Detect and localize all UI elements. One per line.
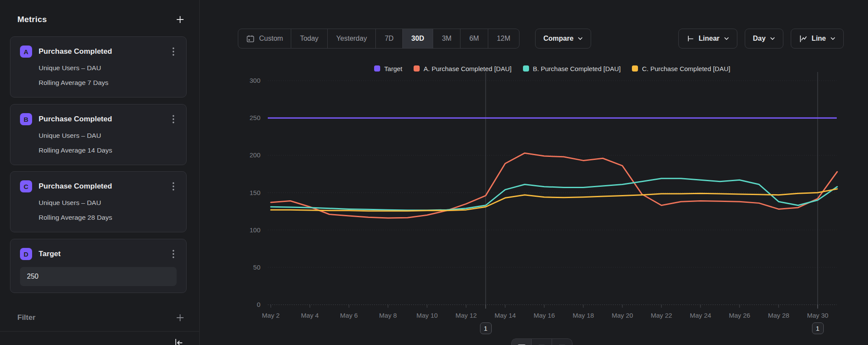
metric-badge: C <box>20 180 32 192</box>
chart-panel: Custom Today Yesterday 7D 30D 3M 6M 12M … <box>200 0 868 345</box>
svg-text:May 30: May 30 <box>807 312 828 319</box>
metric-transform: Rolling Average 28 Days <box>39 214 177 222</box>
metric-card-a[interactable]: A Purchase Completed Unique Users – DAU … <box>10 36 187 98</box>
metric-menu-button[interactable] <box>170 181 177 192</box>
metric-badge: B <box>20 113 32 125</box>
metric-transform: Rolling Average 14 Days <box>39 146 177 155</box>
split-view-button[interactable] <box>532 338 552 345</box>
svg-text:May 12: May 12 <box>455 312 477 319</box>
target-value-input[interactable]: 250 <box>20 267 177 286</box>
metric-transform: Rolling Average 7 Days <box>39 79 177 87</box>
svg-text:May 18: May 18 <box>572 312 594 319</box>
metric-badge: D <box>20 248 32 260</box>
collapse-sidebar-button[interactable] <box>174 338 186 345</box>
plus-icon <box>176 16 184 23</box>
svg-text:May 22: May 22 <box>651 312 672 319</box>
metric-measure: Unique Users – DAU <box>39 132 177 140</box>
metric-title: Purchase Completed <box>39 47 170 56</box>
metric-card-b[interactable]: B Purchase Completed Unique Users – DAU … <box>10 104 187 165</box>
table-view-button[interactable] <box>552 338 572 345</box>
metric-measure: Unique Users – DAU <box>39 64 177 72</box>
chart-canvas: 050100150200250300May 2May 4May 6May 8Ma… <box>200 0 868 345</box>
svg-text:May 14: May 14 <box>494 312 516 319</box>
svg-text:May 16: May 16 <box>533 312 555 319</box>
svg-text:May 20: May 20 <box>612 312 633 319</box>
svg-text:May 4: May 4 <box>301 312 319 319</box>
svg-text:100: 100 <box>250 226 260 234</box>
metric-measure: Unique Users – DAU <box>39 199 177 207</box>
svg-text:May 10: May 10 <box>416 312 437 319</box>
metric-menu-button[interactable] <box>170 46 177 57</box>
svg-text:May 26: May 26 <box>729 312 750 319</box>
collapse-left-icon <box>174 338 184 345</box>
kebab-icon <box>172 182 174 191</box>
metric-menu-button[interactable] <box>170 114 177 124</box>
svg-text:May 8: May 8 <box>379 312 397 319</box>
svg-text:May 2: May 2 <box>262 312 280 319</box>
kebab-icon <box>172 250 174 258</box>
target-title: Target <box>39 250 170 258</box>
svg-text:250: 250 <box>250 114 260 121</box>
add-metric-button[interactable] <box>174 13 186 26</box>
metric-card-c[interactable]: C Purchase Completed Unique Users – DAU … <box>10 171 187 232</box>
svg-text:150: 150 <box>250 189 260 196</box>
add-filter-button[interactable] <box>174 312 186 324</box>
annotation-badge[interactable]: 1 <box>812 322 824 334</box>
svg-text:200: 200 <box>250 151 260 159</box>
svg-text:May 6: May 6 <box>340 312 358 319</box>
metric-title: Purchase Completed <box>39 115 170 124</box>
view-switcher <box>511 338 572 345</box>
plus-icon <box>176 314 184 322</box>
metric-menu-button[interactable] <box>170 249 177 259</box>
sidebar-title: Metrics <box>17 15 47 24</box>
svg-text:May 28: May 28 <box>768 312 789 319</box>
sidebar-divider <box>0 331 199 332</box>
filter-section: Filter <box>17 311 186 324</box>
filter-label: Filter <box>17 313 36 322</box>
kebab-icon <box>172 115 174 124</box>
annotation-badge[interactable]: 1 <box>480 322 492 334</box>
metric-title: Purchase Completed <box>39 182 170 191</box>
svg-text:May 24: May 24 <box>690 312 711 319</box>
svg-text:300: 300 <box>250 77 260 84</box>
target-card[interactable]: D Target 250 <box>10 239 187 293</box>
kebab-icon <box>172 47 174 56</box>
chart-view-button[interactable] <box>511 338 532 345</box>
svg-text:50: 50 <box>253 264 260 271</box>
metric-badge: A <box>20 46 32 58</box>
sidebar-header: Metrics <box>17 13 186 26</box>
svg-text:0: 0 <box>257 301 260 308</box>
metrics-sidebar: Metrics A Purchase Completed Unique User… <box>0 0 200 345</box>
